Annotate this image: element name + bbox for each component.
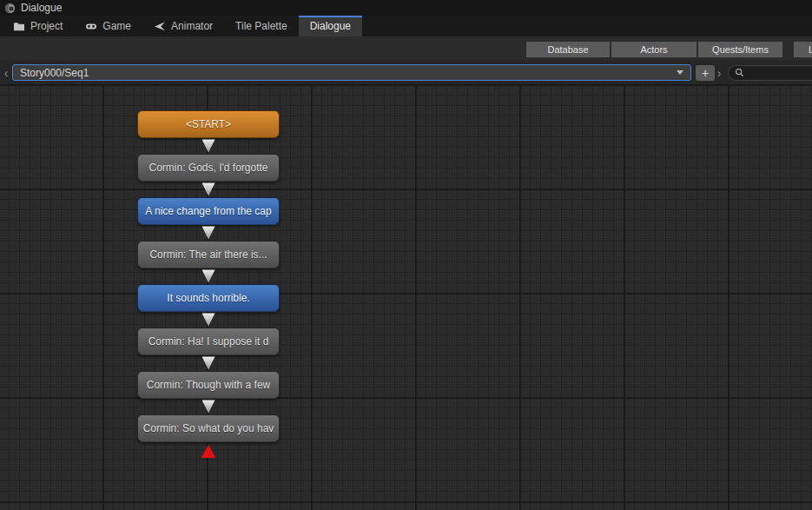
tab-dialogue[interactable]: Dialogue bbox=[299, 16, 362, 36]
forward-chevron-icon[interactable]: › bbox=[715, 67, 723, 79]
link-arrow-down-icon[interactable] bbox=[202, 399, 215, 414]
folder-icon bbox=[13, 21, 25, 31]
animator-icon bbox=[154, 21, 166, 31]
actors-button[interactable]: Actors bbox=[611, 42, 696, 57]
tab-label: Tile Palette bbox=[235, 20, 287, 32]
dialogue-node-npc[interactable]: Cormin: Ha! I suppose it d bbox=[137, 328, 280, 355]
dialogue-node-npc[interactable]: Cormin: Gods, I'd forgotte bbox=[137, 154, 280, 182]
section-button-group: Database Actors Quests/Items L bbox=[526, 42, 812, 57]
tab-game[interactable]: Game bbox=[74, 16, 142, 36]
conversation-path: Story000/Seq1 bbox=[20, 67, 677, 79]
dialogue-node-pc[interactable]: A nice change from the cap bbox=[137, 197, 280, 225]
dialogue-node-npc[interactable]: Cormin: Though with a few bbox=[137, 371, 280, 399]
conversation-dropdown[interactable]: Story000/Seq1 bbox=[12, 64, 691, 81]
dialogue-node-npc[interactable]: Cormin: So what do you hav bbox=[137, 414, 280, 442]
dialogue-graph-canvas[interactable]: <START>Cormin: Gods, I'd forgotteA nice … bbox=[0, 84, 812, 510]
window-titlebar: Dialogue bbox=[0, 0, 812, 16]
back-chevron-icon[interactable]: ‹ bbox=[2, 67, 10, 79]
search-input[interactable] bbox=[744, 68, 796, 78]
dialogue-node-pc[interactable]: It sounds horrible. bbox=[137, 284, 280, 312]
node-column: <START>Cormin: Gods, I'd forgotteA nice … bbox=[137, 110, 280, 458]
quests-items-button[interactable]: Quests/Items bbox=[698, 42, 782, 57]
dialogue-window-icon bbox=[4, 3, 16, 14]
tab-label: Animator bbox=[171, 20, 213, 32]
database-button[interactable]: Database bbox=[526, 42, 610, 57]
locations-button-clipped[interactable]: L bbox=[794, 42, 812, 57]
gamepad-icon bbox=[85, 21, 97, 31]
link-arrow-down-icon[interactable] bbox=[202, 268, 215, 284]
conversation-navbar: ‹ Story000/Seq1 + › bbox=[0, 61, 812, 84]
link-arrow-down-icon[interactable] bbox=[202, 355, 215, 371]
tab-bar: Project Game Animator Tile Palette Dialo… bbox=[0, 16, 812, 36]
tab-tile-palette[interactable]: Tile Palette bbox=[224, 16, 299, 36]
tab-label: Dialogue bbox=[310, 20, 351, 32]
dialogue-node-npc[interactable]: Cormin: The air there is... bbox=[137, 241, 280, 268]
link-arrow-down-icon[interactable] bbox=[202, 312, 215, 328]
add-conversation-button[interactable]: + bbox=[696, 65, 715, 81]
link-arrow-down-icon[interactable] bbox=[202, 182, 215, 197]
search-field[interactable] bbox=[728, 65, 812, 81]
link-arrow-down-icon[interactable] bbox=[202, 225, 215, 241]
tab-animator[interactable]: Animator bbox=[142, 16, 224, 36]
tab-project[interactable]: Project bbox=[2, 16, 74, 36]
window-title: Dialogue bbox=[21, 2, 62, 14]
search-icon bbox=[735, 68, 744, 77]
chevron-down-icon bbox=[677, 70, 683, 75]
link-arrow-down-icon[interactable] bbox=[202, 138, 215, 154]
dialogue-toolbar: Database Actors Quests/Items L bbox=[0, 36, 812, 61]
tab-label: Game bbox=[102, 20, 131, 32]
tab-label: Project bbox=[30, 20, 63, 32]
dialogue-node-start[interactable]: <START> bbox=[137, 110, 280, 138]
incoming-link-red-arrow-icon bbox=[201, 445, 216, 458]
